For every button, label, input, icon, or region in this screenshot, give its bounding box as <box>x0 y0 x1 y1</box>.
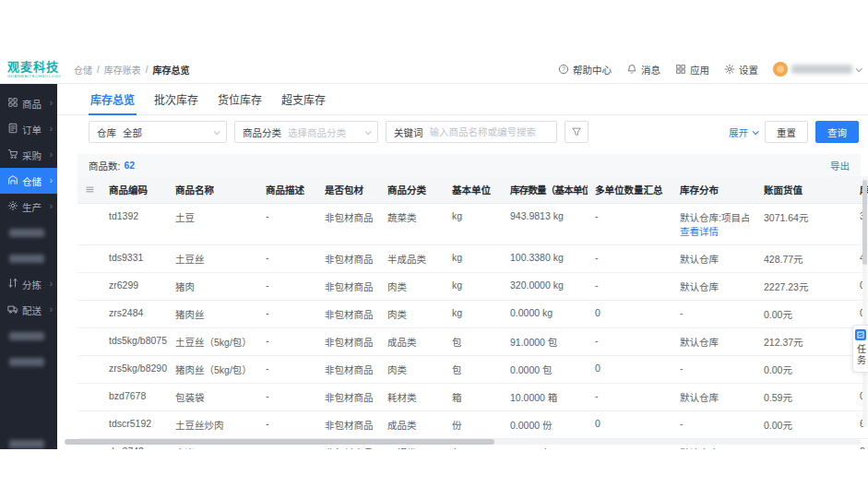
apps-label: 应用 <box>690 63 709 77</box>
cell-packaging: 非包材商品 <box>317 356 380 384</box>
category-placeholder: 选择商品分类 <box>288 125 365 139</box>
sidebar-item-label: 仓储 <box>22 174 46 188</box>
bell-icon <box>626 64 637 75</box>
content-area: 商品数: 62 导出 商品编码商品名称商品描述是否包材商品分类基本单位库存数量（… <box>57 149 868 449</box>
cell-stock: 100.3380 kg <box>503 245 588 273</box>
reset-button[interactable]: 重置 <box>765 121 808 143</box>
tabs-row: 库存总览批次库存货位库存超支库存 <box>57 84 868 115</box>
vertical-scrollbar-thumb[interactable] <box>862 180 867 265</box>
chevron-down-icon <box>214 128 220 135</box>
settings-button[interactable]: 设置 <box>724 63 758 77</box>
sidebar-item-redacted[interactable] <box>0 349 57 374</box>
cell-desc: - <box>258 245 317 273</box>
column-header: 库存数量（基本单位） <box>503 176 588 204</box>
sidebar-item-redacted[interactable] <box>0 245 57 271</box>
redacted-label <box>9 358 44 366</box>
filter-funnel-button[interactable] <box>565 121 589 143</box>
cell-stock: 943.9813 kg <box>503 204 588 245</box>
sidebar-item-production[interactable]: 生产› <box>0 194 57 220</box>
tab-1[interactable]: 库存总览 <box>89 84 137 114</box>
gear-icon <box>724 64 735 75</box>
sidebar-item-goods[interactable]: 商品› <box>0 90 57 116</box>
cell-name: 土豆丝（5kg/包） <box>168 328 258 356</box>
user-account[interactable] <box>773 62 861 77</box>
cell-unit: 包 <box>445 328 503 356</box>
cell-multi-unit: - <box>588 328 672 356</box>
sidebar-item-redacted[interactable] <box>0 220 57 245</box>
redacted-label <box>9 332 44 340</box>
table-row: bzd7678包装袋-非包材商品耗材类箱10.0000 箱-默认仓库0.59元0 <box>77 384 868 411</box>
breadcrumb-item[interactable]: 仓储 <box>74 63 92 77</box>
sidebar-item-redacted[interactable] <box>0 431 57 449</box>
cell-category: 肉类 <box>380 356 445 384</box>
table-row: td1392土豆-非包材商品蔬菜类kg943.9813 kg-默认仓库:项目占点… <box>77 204 868 245</box>
horizontal-scrollbar-thumb[interactable] <box>65 439 494 445</box>
production-icon <box>7 200 18 213</box>
column-header: 库存分布 <box>672 176 756 204</box>
cell-stock: 0.0000 包 <box>503 356 588 384</box>
cell-stock: 320.0000 kg <box>503 273 588 301</box>
column-header: 基本单位 <box>445 176 503 204</box>
search-button[interactable]: 查询 <box>815 121 859 143</box>
cell-unit: 包 <box>445 356 503 384</box>
redacted-label <box>9 255 44 263</box>
sidebar-item-orders[interactable]: 订单› <box>0 116 57 142</box>
category-select[interactable]: 商品分类 选择商品分类 <box>234 121 378 143</box>
tab-2[interactable]: 批次库存 <box>152 84 200 114</box>
horizontal-scrollbar[interactable] <box>65 439 861 445</box>
export-link[interactable]: 导出 <box>830 159 850 172</box>
sidebar-item-delivery[interactable]: 配送› <box>0 297 57 323</box>
table-row: zr6299猪肉-非包材商品肉类kg320.0000 kg-默认仓库2227.2… <box>77 273 868 301</box>
sidebar-item-redacted[interactable] <box>0 323 57 349</box>
sidebar-item-label: 配送 <box>22 303 46 317</box>
warehouse-select[interactable]: 仓库 全部 <box>89 121 227 143</box>
expand-link[interactable]: 展开 <box>729 125 757 139</box>
cell-category: 肉类 <box>380 301 445 328</box>
avatar <box>773 62 788 77</box>
cell-desc: - <box>258 411 317 439</box>
keyword-input[interactable] <box>430 126 550 137</box>
sidebar-item-label: 商品 <box>22 97 46 111</box>
help-center-button[interactable]: ? 帮助中心 <box>558 63 612 77</box>
sidebar: 商品›订单›采购›仓储›生产›分拣›配送› <box>0 84 57 449</box>
cell-rowconfig <box>77 301 101 328</box>
cell-stock: 0.0000 kg <box>503 301 588 328</box>
messages-button[interactable]: 消息 <box>626 63 660 77</box>
tasks-float-tab[interactable]: 任务 <box>852 325 868 373</box>
cell-desc: - <box>258 384 317 411</box>
help-icon: ? <box>558 64 569 75</box>
tab-4[interactable]: 超支库存 <box>279 84 327 114</box>
cell-rowconfig <box>77 411 101 439</box>
cell-desc: - <box>258 273 317 301</box>
sidebar-item-label: 生产 <box>22 200 46 214</box>
redacted-label <box>9 440 44 448</box>
apps-button[interactable]: 应用 <box>675 63 709 77</box>
cell-desc: - <box>258 301 317 328</box>
cell-distribution: 默认仓库 <box>672 384 756 411</box>
summary-bar: 商品数: 62 导出 <box>77 154 861 176</box>
sidebar-item-purchase[interactable]: 采购› <box>0 142 57 168</box>
brand-name: 观麦科技 <box>7 61 74 73</box>
view-detail-link[interactable]: 查看详情 <box>680 224 719 238</box>
table-row: zrs2484猪肉丝-非包材商品肉类kg0.0000 kg0-0.00元0 <box>77 301 868 328</box>
sidebar-item-sorting[interactable]: 分拣› <box>0 271 57 297</box>
table-header-row: 商品编码商品名称商品描述是否包材商品分类基本单位库存数量（基本单位）多单位数量汇… <box>77 176 868 204</box>
orders-icon <box>7 123 18 136</box>
main-panel: 库存总览批次库存货位库存超支库存 仓库 全部 商品分类 选择商品分类 关键词 <box>57 84 868 449</box>
column-header: 是否包材 <box>317 176 380 204</box>
column-settings-button[interactable] <box>77 176 101 204</box>
sidebar-item-label: 采购 <box>22 149 46 162</box>
column-header: 商品名称 <box>168 176 258 204</box>
tab-3[interactable]: 货位库存 <box>216 84 264 114</box>
cell-unit: kg <box>445 301 503 328</box>
sidebar-item-warehouse[interactable]: 仓储› <box>0 168 57 194</box>
svg-text:?: ? <box>562 65 565 72</box>
breadcrumb-item[interactable]: 库存账表 <box>104 63 141 77</box>
distribution-text: 默认仓库 <box>680 335 749 349</box>
vertical-scrollbar[interactable] <box>862 176 867 427</box>
cell-value: 3071.64元 <box>756 204 852 245</box>
cell-stock: 10.0000 箱 <box>503 384 588 411</box>
cell-code: tds5kg/b8075 <box>101 328 168 356</box>
distribution-text: 默认仓库 <box>680 446 749 449</box>
cell-name: 土豆 <box>168 204 258 245</box>
